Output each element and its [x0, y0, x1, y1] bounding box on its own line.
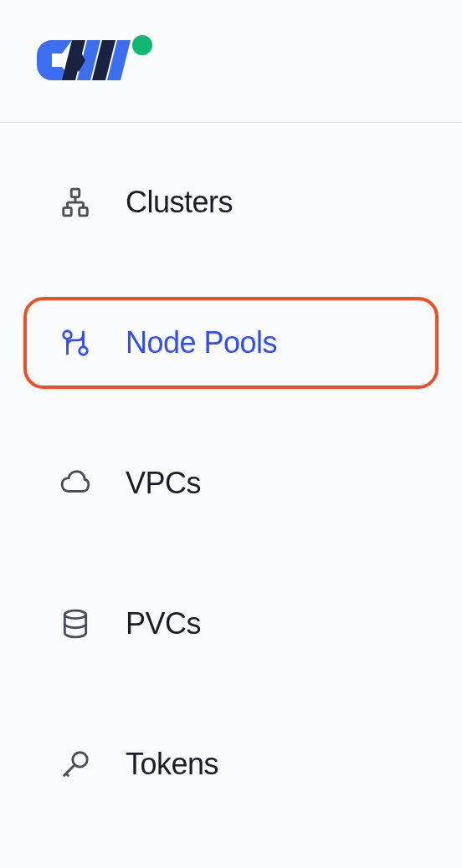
nav-item-node-pools[interactable]: Node Pools [23, 297, 439, 389]
nav-item-tokens[interactable]: Tokens [23, 718, 439, 810]
logo [35, 33, 152, 89]
cloud-icon [59, 467, 92, 500]
svg-point-0 [132, 35, 152, 55]
header [0, 0, 462, 123]
clusters-icon [59, 186, 92, 219]
svg-point-13 [73, 753, 87, 767]
nav-item-vpcs[interactable]: VPCs [23, 437, 439, 529]
nav-item-label: Clusters [126, 185, 233, 220]
svg-rect-3 [80, 207, 88, 216]
sidebar-nav: Clusters Node Pools VPCs [0, 123, 462, 868]
svg-point-8 [64, 331, 72, 340]
nav-item-pvcs[interactable]: PVCs [23, 578, 439, 670]
database-icon [59, 607, 92, 641]
svg-point-12 [64, 610, 85, 619]
logo-icon [35, 33, 152, 85]
nav-item-label: PVCs [126, 606, 201, 641]
node-pools-icon [59, 326, 92, 360]
nav-item-grafana[interactable]: Grafana [23, 859, 439, 868]
nav-item-label: Node Pools [126, 325, 277, 360]
key-icon [59, 748, 92, 781]
svg-rect-2 [64, 207, 72, 216]
svg-rect-1 [71, 189, 80, 197]
svg-point-9 [80, 347, 88, 355]
nav-item-label: VPCs [126, 466, 201, 501]
nav-item-clusters[interactable]: Clusters [23, 156, 439, 248]
nav-item-label: Tokens [126, 747, 218, 782]
